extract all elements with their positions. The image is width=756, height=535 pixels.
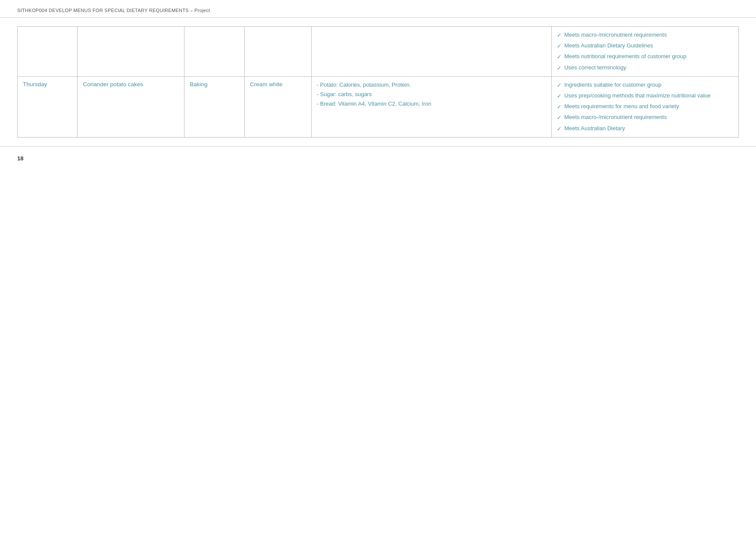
- dish-cell: Coriander potato cakes: [78, 76, 184, 137]
- criteria-cell: ✓ Meets macro-/micronutrient requirement…: [552, 27, 739, 77]
- check-icon: ✓: [557, 125, 562, 133]
- criteria-item: ✓ Ingredients suitable for customer grou…: [557, 81, 733, 89]
- criteria-item: ✓ Uses prep/cooking methods that maximiz…: [557, 92, 733, 100]
- day-cell: [18, 27, 78, 77]
- bottom-divider: [0, 146, 756, 147]
- criteria-text: Ingredients suitable for customer group: [564, 81, 661, 89]
- method-cell: Baking: [184, 76, 244, 137]
- check-icon: ✓: [557, 53, 562, 61]
- page-content: ✓ Meets macro-/micronutrient requirement…: [0, 26, 756, 138]
- criteria-item: ✓ Meets nutritional requirements of cust…: [557, 53, 733, 61]
- nutrients-cell: - Potato: Calories, potassium, Protein. …: [311, 76, 552, 137]
- criteria-text: Uses prep/cooking methods that maximize …: [564, 92, 711, 100]
- color-cell: Cream white: [244, 76, 311, 137]
- nutrient-item: - Bread: Vitamin A4, Vitamin C2, Calcium…: [317, 100, 547, 108]
- color-value: Cream white: [250, 81, 283, 88]
- criteria-item: ✓ Meets macro-/micronutrient requirement…: [557, 113, 733, 122]
- check-icon: ✓: [557, 114, 562, 122]
- criteria-item: ✓ Meets requirements for menu and food v…: [557, 103, 733, 111]
- criteria-text: Meets requirements for menu and food var…: [564, 103, 679, 111]
- day-cell: Thursday: [18, 76, 78, 137]
- criteria-text: Meets Australian Dietary: [564, 125, 625, 133]
- criteria-item: ✓ Meets Australian Dietary Guidelines: [557, 42, 733, 50]
- check-icon: ✓: [557, 42, 562, 50]
- table-row: Thursday Coriander potato cakes Baking C…: [18, 76, 739, 137]
- check-icon: ✓: [557, 103, 562, 111]
- method-value: Baking: [190, 81, 207, 88]
- method-cell: [184, 27, 244, 77]
- header-title: SITHKOP004 DEVELOP MENUS FOR SPECIAL DIE…: [17, 8, 210, 13]
- criteria-cell: ✓ Ingredients suitable for customer grou…: [552, 76, 739, 137]
- check-icon: ✓: [557, 31, 562, 39]
- dish-value: Coriander potato cakes: [83, 81, 143, 88]
- page-number: 18: [17, 155, 23, 162]
- top-divider: [0, 17, 756, 18]
- check-icon: ✓: [557, 81, 562, 89]
- criteria-text: Meets nutritional requirements of custom…: [564, 53, 686, 61]
- criteria-item: ✓ Meets macro-/micronutrient requirement…: [557, 31, 733, 39]
- day-value: Thursday: [23, 81, 47, 88]
- nutrient-item: - Sugar: carbs, sugars: [317, 91, 547, 98]
- color-cell: [244, 27, 311, 77]
- criteria-item: ✓ Uses correct terminology: [557, 64, 733, 72]
- criteria-item: ✓ Meets Australian Dietary: [557, 125, 733, 133]
- criteria-text: Meets macro-/micronutrient requirements: [564, 31, 667, 39]
- page-footer: 18: [0, 151, 756, 166]
- main-table: ✓ Meets macro-/micronutrient requirement…: [17, 26, 739, 138]
- page-header: SITHKOP004 DEVELOP MENUS FOR SPECIAL DIE…: [0, 0, 756, 17]
- dish-cell: [78, 27, 184, 77]
- nutrient-item: - Potato: Calories, potassium, Protein.: [317, 81, 547, 89]
- nutrients-cell: [311, 27, 552, 77]
- table-row: ✓ Meets macro-/micronutrient requirement…: [18, 27, 739, 77]
- criteria-text: Meets macro-/micronutrient requirements: [564, 113, 667, 122]
- check-icon: ✓: [557, 92, 562, 100]
- criteria-text: Meets Australian Dietary Guidelines: [564, 42, 653, 50]
- criteria-text: Uses correct terminology: [564, 64, 626, 72]
- check-icon: ✓: [557, 64, 562, 72]
